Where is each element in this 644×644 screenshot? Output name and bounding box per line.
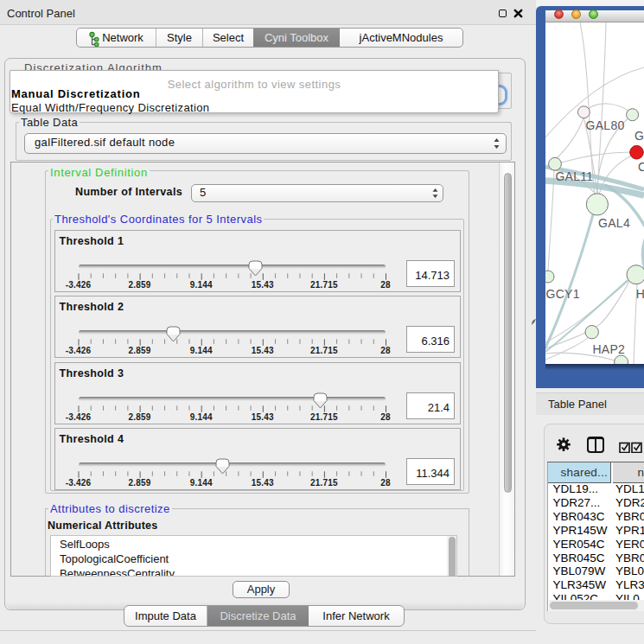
svg-text:GAL4: GAL4	[598, 216, 630, 230]
svg-text:GAL80: GAL80	[586, 118, 625, 132]
svg-text:C: C	[638, 160, 644, 174]
svg-text:GAL11: GAL11	[555, 169, 593, 183]
svg-text:GA: GA	[634, 129, 644, 143]
svg-text:GCY1: GCY1	[546, 287, 580, 301]
svg-text:HAP2: HAP2	[592, 342, 625, 356]
svg-text:H: H	[636, 287, 644, 301]
